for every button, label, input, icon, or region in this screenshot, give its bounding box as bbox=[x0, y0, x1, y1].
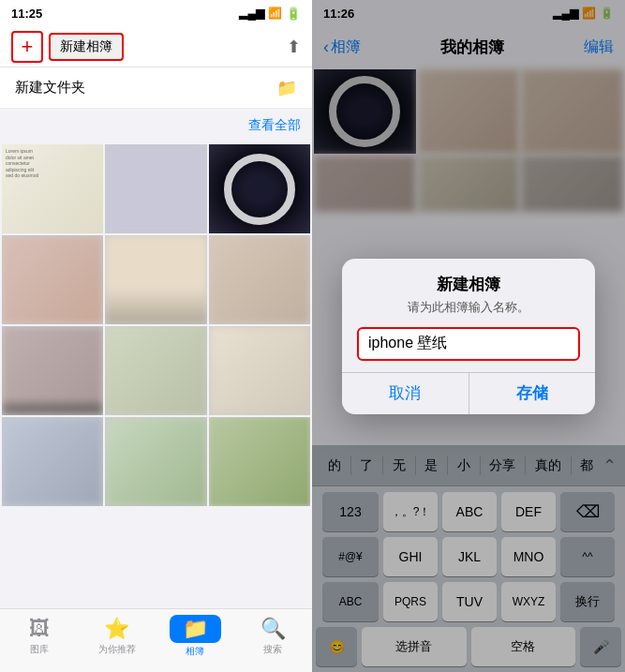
photo-cell-8[interactable] bbox=[105, 326, 206, 415]
photo-cell-3[interactable] bbox=[209, 144, 310, 233]
nav-label-foryou: 为你推荐 bbox=[98, 643, 136, 656]
photo-cell-12[interactable] bbox=[209, 417, 310, 506]
wifi-icon: 📶 bbox=[268, 7, 282, 20]
nav-item-foryou[interactable]: ⭐ 为你推荐 bbox=[78, 617, 156, 656]
new-folder-item[interactable]: 新建文件夹 📁 bbox=[0, 67, 312, 109]
left-time: 11:25 bbox=[11, 7, 42, 21]
new-album-modal: 新建相簿 请为此相簿输入名称。 取消 存储 bbox=[342, 259, 595, 414]
photos-grid-header: 查看全部 bbox=[0, 109, 312, 142]
photo-cell-10[interactable] bbox=[2, 417, 103, 506]
right-panel: 11:26 ▂▄▆ 📶 🔋 ‹ 相簿 我的相簿 编辑 新建相簿 请为此相簿输入名… bbox=[312, 0, 625, 672]
photo-cell-11[interactable] bbox=[105, 417, 206, 506]
left-panel: 11:25 ▂▄▆ 📶 🔋 + 新建相簿 ⬆ 新建文件夹 📁 查看全部 Lore… bbox=[0, 0, 312, 672]
photo-cell-7[interactable]: ↑ bbox=[2, 326, 103, 415]
photo-cell-4[interactable] bbox=[2, 235, 103, 324]
modal-subtitle: 请为此相簿输入名称。 bbox=[342, 299, 595, 327]
modal-input-wrap bbox=[342, 327, 595, 372]
photos-grid: Lorem ipsumdolor sit ametconsecteturadip… bbox=[0, 142, 312, 508]
new-folder-label: 新建文件夹 bbox=[15, 79, 85, 97]
modal-overlay: 新建相簿 请为此相簿输入名称。 取消 存储 bbox=[312, 0, 625, 672]
photo-cell-1[interactable]: Lorem ipsumdolor sit ametconsecteturadip… bbox=[2, 144, 103, 233]
albums-nav-icon: 📁 bbox=[170, 615, 221, 643]
album-name-input[interactable] bbox=[357, 327, 580, 361]
modal-actions: 取消 存储 bbox=[342, 372, 595, 414]
library-nav-icon: 🖼 bbox=[29, 617, 50, 641]
nav-item-search[interactable]: 🔍 搜索 bbox=[234, 617, 312, 656]
nav-label-albums: 相簿 bbox=[186, 645, 204, 658]
photo-cell-9[interactable] bbox=[209, 326, 310, 415]
photo-cell-5[interactable] bbox=[105, 235, 206, 324]
left-signal: ▂▄▆ 📶 🔋 bbox=[239, 7, 301, 21]
battery-icon: 🔋 bbox=[286, 7, 301, 21]
signal-bars-icon: ▂▄▆ bbox=[239, 7, 264, 20]
foryou-nav-icon: ⭐ bbox=[104, 617, 129, 641]
search-nav-icon: 🔍 bbox=[260, 617, 286, 641]
new-album-button[interactable]: 新建相簿 bbox=[49, 33, 124, 61]
nav-label-library: 图库 bbox=[30, 643, 49, 656]
nav-item-albums[interactable]: 📁 相簿 bbox=[156, 615, 234, 658]
photo-cell-2[interactable] bbox=[105, 144, 206, 233]
nav-item-library[interactable]: 🖼 图库 bbox=[0, 617, 78, 656]
view-all-link[interactable]: 查看全部 bbox=[248, 117, 301, 134]
nav-label-search: 搜索 bbox=[263, 643, 282, 656]
left-status-bar: 11:25 ▂▄▆ 📶 🔋 bbox=[0, 0, 312, 26]
left-top-bar: + 新建相簿 ⬆ bbox=[0, 26, 312, 67]
modal-cancel-button[interactable]: 取消 bbox=[342, 373, 469, 414]
folder-icon: 📁 bbox=[276, 78, 297, 98]
upload-icon[interactable]: ⬆ bbox=[287, 37, 301, 57]
add-button[interactable]: + bbox=[11, 31, 43, 63]
modal-save-button[interactable]: 存储 bbox=[469, 373, 596, 414]
modal-title: 新建相簿 bbox=[342, 259, 595, 299]
photo-cell-6[interactable] bbox=[209, 235, 310, 324]
left-bottom-nav: 🖼 图库 ⭐ 为你推荐 📁 相簿 🔍 搜索 bbox=[0, 608, 312, 672]
